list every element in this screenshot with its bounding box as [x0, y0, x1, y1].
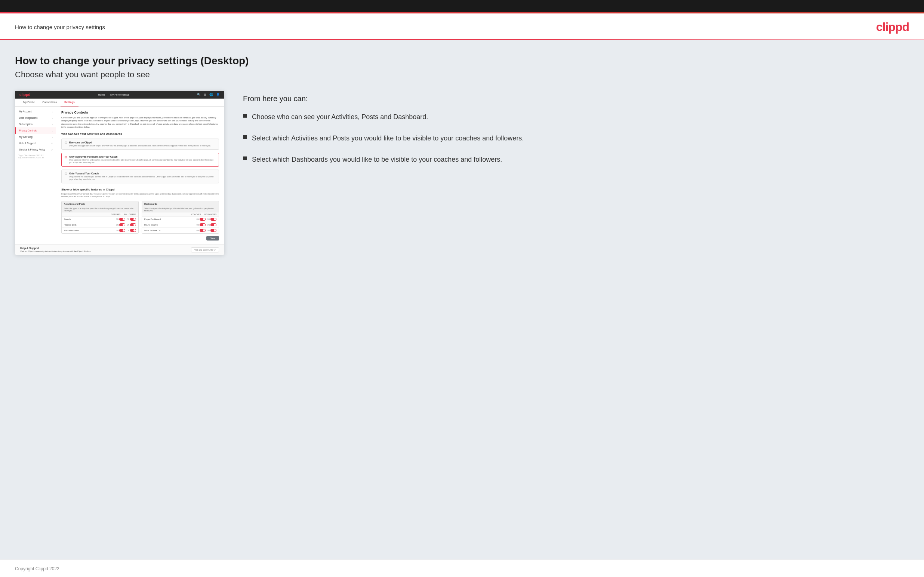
round-insights-label: Round Insights — [144, 224, 158, 226]
radio-everyone[interactable]: Everyone on Clippd Everyone on Clippd ca… — [61, 139, 219, 150]
toggle-columns: Activities and Posts Select the types of… — [61, 201, 219, 234]
nav-link-performance[interactable]: My Performance — [110, 93, 129, 96]
round-insights-toggles: ON ON — [197, 223, 217, 226]
what-to-work-on-coaches-toggle[interactable]: ON — [197, 229, 206, 232]
sidebar-item-privacy-controls[interactable]: Privacy Controls › — [15, 127, 56, 134]
rounds-toggles: ON ON — [116, 218, 136, 221]
panel-title: Privacy Controls — [61, 111, 219, 114]
dashboards-col: Dashboards Select the types of activity … — [142, 201, 219, 234]
bullet-square-1 — [243, 114, 247, 118]
main-content: How to change your privacy settings (Des… — [0, 40, 924, 559]
sidebar-item-my-account[interactable]: My Account › — [15, 108, 56, 114]
radio-option-you-coach-content: Only You and Your Coach Only you and the… — [69, 172, 216, 181]
practice-drills-coaches-switch[interactable] — [119, 223, 125, 226]
sidebar-item-service-privacy[interactable]: Service & Privacy Policy ↗ — [15, 147, 56, 153]
coaches-label: COACHES — [111, 213, 120, 216]
subnav-my-profile[interactable]: My Profile — [19, 98, 39, 106]
rounds-followers-toggle[interactable]: ON — [127, 218, 136, 221]
sidebar-item-my-golf-bag[interactable]: My Golf Bag › — [15, 134, 56, 140]
radio-label-everyone: Everyone on Clippd — [69, 141, 211, 144]
app-nav-icons: 🔍 ⊞ 🌐 👤 — [197, 93, 220, 96]
nav-link-home[interactable]: Home — [98, 93, 105, 96]
player-dashboard-followers-switch[interactable] — [210, 218, 216, 221]
followers-label: FOLLOWERS — [124, 213, 136, 216]
round-insights-followers-switch[interactable] — [210, 223, 216, 226]
chevron-icon: › — [52, 117, 53, 119]
sidebar-item-subscription[interactable]: Subscription › — [15, 121, 56, 127]
rounds-coaches-switch[interactable] — [119, 218, 125, 221]
app-subnav: My Profile Connections Settings — [15, 98, 224, 107]
app-mockup: clippd Home My Performance 🔍 ⊞ 🌐 👤 My Pr… — [15, 91, 224, 255]
radio-desc-you-coach: Only you and the coaches you connect wit… — [69, 176, 216, 181]
radio-dot-everyone — [65, 142, 67, 144]
app-sidebar: My Account › Data Integrations › Subscri… — [15, 107, 56, 244]
player-dashboard-coaches-toggle[interactable]: ON — [197, 218, 206, 221]
round-insights-coaches-toggle[interactable]: ON — [197, 223, 206, 226]
round-insights-coaches-switch[interactable] — [200, 223, 205, 226]
help-title: Help & Support — [20, 247, 92, 250]
practice-drills-coaches-toggle[interactable]: ON — [116, 223, 126, 226]
rounds-followers-switch[interactable] — [130, 218, 136, 221]
manual-activities-coaches-switch[interactable] — [119, 229, 125, 232]
grid-icon[interactable]: ⊞ — [204, 93, 206, 96]
subnav-connections[interactable]: Connections — [39, 98, 61, 106]
save-row: Save — [61, 234, 219, 240]
activities-posts-col: Activities and Posts Select the types of… — [61, 201, 139, 234]
header-title: How to change your privacy settings — [15, 24, 105, 30]
search-icon[interactable]: 🔍 — [197, 93, 201, 96]
sidebar-item-help-support[interactable]: Help & Support ↗ — [15, 140, 56, 147]
practice-drills-followers-toggle[interactable]: ON — [127, 223, 136, 226]
page-subheading: Choose what you want people to see — [15, 70, 909, 79]
rounds-coaches-toggle[interactable]: ON — [116, 218, 126, 221]
chevron-icon: ↗ — [51, 148, 53, 151]
app-nav-links: Home My Performance — [98, 93, 129, 96]
toggle-row-manual-activities: Manual Activities ON ON — [62, 228, 138, 234]
logo: clippd — [876, 20, 909, 34]
save-button[interactable]: Save — [206, 236, 219, 240]
top-bar-accent — [0, 12, 924, 13]
globe-icon[interactable]: 🌐 — [209, 93, 213, 96]
practice-drills-toggles: ON ON — [116, 223, 136, 226]
radio-option-everyone-content: Everyone on Clippd Everyone on Clippd ca… — [69, 141, 211, 147]
radio-only-you-coach[interactable]: Only You and Your Coach Only you and the… — [61, 169, 219, 184]
subnav-settings[interactable]: Settings — [61, 98, 79, 106]
app-version: Clippd Client Version: 2022.8.2SQL Serve… — [15, 153, 56, 160]
dashboards-subtitle: Select the types of activity that you'd … — [142, 206, 219, 213]
coaches-label-d: COACHES — [191, 213, 201, 216]
what-to-work-on-followers-switch[interactable] — [210, 229, 216, 232]
what-to-work-on-label: What To Work On — [144, 229, 160, 232]
app-logo: clippd — [19, 93, 30, 97]
show-hide-desc: Regardless of the privacy controls that … — [61, 193, 219, 198]
radio-label-you-coach: Only You and Your Coach — [69, 172, 216, 175]
show-hide-section: Show or hide specific features in Clippd… — [61, 188, 219, 240]
app-body: My Account › Data Integrations › Subscri… — [15, 107, 224, 244]
round-insights-followers-toggle[interactable]: ON — [207, 223, 216, 226]
panel-description: Control how you and your data appears to… — [61, 116, 219, 129]
followers-label-d: FOLLOWERS — [204, 213, 216, 216]
manual-activities-followers-switch[interactable] — [130, 229, 136, 232]
toggle-row-round-insights: Round Insights ON ON — [142, 222, 219, 228]
visit-community-button[interactable]: Visit Our Community ↗ — [191, 247, 219, 253]
manual-activities-coaches-toggle[interactable]: ON — [116, 229, 126, 232]
content-row: clippd Home My Performance 🔍 ⊞ 🌐 👤 My Pr… — [15, 91, 909, 255]
what-to-work-on-followers-toggle[interactable]: ON — [207, 229, 216, 232]
radio-dot-you-coach — [65, 172, 67, 175]
bullet-text-2: Select which Activities and Posts you wo… — [252, 133, 524, 143]
what-to-work-on-coaches-switch[interactable] — [200, 229, 205, 232]
player-dashboard-coaches-switch[interactable] — [200, 218, 205, 221]
toggle-row-practice-drills: Practice Drills ON ON — [62, 222, 138, 228]
page-heading: How to change your privacy settings (Des… — [15, 55, 909, 67]
app-help-section: Help & Support Visit our Clippd communit… — [15, 244, 224, 255]
sidebar-item-data-integrations[interactable]: Data Integrations › — [15, 114, 56, 121]
player-dashboard-followers-toggle[interactable]: ON — [207, 218, 216, 221]
manual-activities-followers-toggle[interactable]: ON — [127, 229, 136, 232]
bullet-square-2 — [243, 135, 247, 139]
avatar-icon[interactable]: 👤 — [216, 93, 220, 96]
bullet-text-3: Select which Dashboards you would like t… — [252, 155, 502, 165]
practice-drills-followers-switch[interactable] — [130, 223, 136, 226]
toggle-row-rounds: Rounds ON ON — [62, 217, 138, 222]
who-can-see-title: Who Can See Your Activities and Dashboar… — [61, 132, 219, 135]
app-panel: Privacy Controls Control how you and you… — [56, 107, 224, 244]
radio-followers-coach[interactable]: Only Approved Followers and Your Coach O… — [61, 153, 219, 166]
activities-posts-header: Activities and Posts — [62, 201, 138, 206]
